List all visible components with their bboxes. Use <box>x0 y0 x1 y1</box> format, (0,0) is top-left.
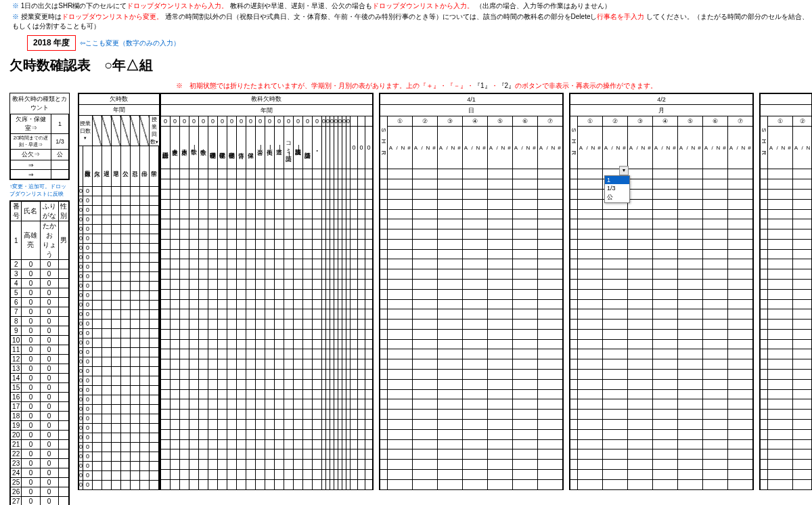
day-block-partial[interactable]: S H R①②#N/AN/A <box>759 93 812 490</box>
table-row[interactable]: 400 <box>10 279 69 288</box>
table-row[interactable]: 300 <box>10 269 69 279</box>
roster-table[interactable]: 番号 氏名 ふりがな 性別 1高雄 亮たかお りょう男2003004005006… <box>9 200 70 505</box>
info-box: 教科欠時の種類とカウント 欠席・保健室⇒1 2/3時間までの遅刻・早退⇒1/3 … <box>9 93 70 180</box>
note-2: ※ 授業変更時はドロップダウンリストから変更。 通常の時間割以外の日（祝祭日や式… <box>12 12 812 31</box>
table-row[interactable]: 1高雄 亮たかお りょう男 <box>10 221 69 260</box>
year-hint: ⇦ここも変更（数字のみの入力） <box>80 39 180 48</box>
fold-note: ※ 初期状態では折りたたまれていますが、学期別・月別の表があります。上の『＋』・… <box>176 81 812 91</box>
table-row[interactable]: 2200 <box>10 449 69 459</box>
table-row[interactable]: 2700 <box>10 497 69 506</box>
day-block[interactable]: 4/2月S H R①②③④⑤⑥⑦#N/A#N/A#N/A#N/A#N/A#N/A… <box>569 93 754 490</box>
dropdown-button[interactable]: ▾ <box>619 166 629 175</box>
table-row[interactable]: 1900 <box>10 421 69 431</box>
table-row[interactable]: 700 <box>10 307 69 317</box>
table-row[interactable]: 2400 <box>10 468 69 478</box>
table-row[interactable]: 1500 <box>10 383 69 393</box>
year-box[interactable]: 2018 年度 <box>27 35 76 51</box>
table-row[interactable]: 2500 <box>10 478 69 487</box>
table-row[interactable]: 200 <box>10 260 69 269</box>
table-row[interactable]: 1300 <box>10 364 69 374</box>
table-row[interactable]: 800 <box>10 317 69 326</box>
page-title: 欠時数確認表 ○年△組 <box>9 56 812 74</box>
table-row[interactable]: 600 <box>10 298 69 307</box>
dropdown-list[interactable]: 1 1/3 公 <box>604 175 630 203</box>
note-1: ※ 1日の出欠はSHR欄の下のセルにてドロップダウンリストから入力。 教科の遅刻… <box>12 1 812 11</box>
table-row[interactable]: 900 <box>10 326 69 336</box>
info-note: ↑変更・追加可。ドロップダウンリストに反映 <box>9 183 70 198</box>
table-row[interactable]: 500 <box>10 288 69 298</box>
table-row[interactable]: 2100 <box>10 440 69 449</box>
subject-block[interactable]: 教科欠時数年間000000000000000000000000国語総合世界史Ａ日… <box>160 93 374 490</box>
table-row[interactable]: 2600 <box>10 487 69 497</box>
day-block[interactable]: 4/1日S H R①②③④⑤⑥⑦#N/A#N/A#N/A#N/A#N/A#N/A… <box>379 93 564 490</box>
table-row[interactable]: 2000 <box>10 431 69 440</box>
table-row[interactable]: 1000 <box>10 336 69 345</box>
table-row[interactable]: 1600 <box>10 393 69 402</box>
table-row[interactable]: 1800 <box>10 412 69 421</box>
table-row[interactable]: 2300 <box>10 459 69 468</box>
absence-block[interactable]: 欠時数年間授業日数▾授業回数▾出席日数欠席遅退早退公欠忌引出停留学0000000… <box>78 93 160 490</box>
table-row[interactable]: 1200 <box>10 355 69 364</box>
table-row[interactable]: 1100 <box>10 345 69 355</box>
table-row[interactable]: 1700 <box>10 402 69 412</box>
table-row[interactable]: 1400 <box>10 374 69 383</box>
